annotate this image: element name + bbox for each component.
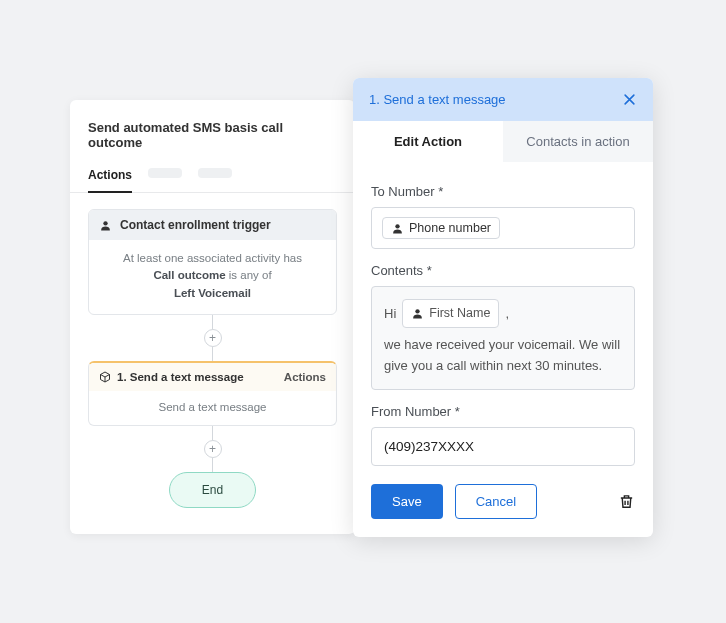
- action-card[interactable]: 1. Send a text message Actions Send a te…: [88, 361, 337, 426]
- action-caption: Send a text message: [89, 391, 336, 425]
- tab-placeholder: [148, 168, 182, 178]
- trigger-header: Contact enrollment trigger: [89, 210, 336, 240]
- to-number-label: To Number *: [371, 184, 635, 199]
- tab-edit-action[interactable]: Edit Action: [353, 121, 503, 162]
- save-button[interactable]: Save: [371, 484, 443, 519]
- trigger-card[interactable]: Contact enrollment trigger At least one …: [88, 209, 337, 315]
- connector: [212, 426, 213, 440]
- tab-contacts-in-action[interactable]: Contacts in action: [503, 121, 653, 162]
- trigger-title: Contact enrollment trigger: [120, 218, 271, 232]
- connector: [212, 315, 213, 329]
- person-icon: [391, 222, 404, 235]
- contents-label: Contents *: [371, 263, 635, 278]
- svg-point-2: [416, 309, 420, 313]
- tab-placeholder: [198, 168, 232, 178]
- contents-input[interactable]: Hi First Name , we have received your vo…: [371, 286, 635, 390]
- to-number-chip[interactable]: Phone number: [382, 217, 500, 239]
- first-name-chip[interactable]: First Name: [402, 299, 499, 328]
- from-number-label: From Number *: [371, 404, 635, 419]
- to-number-input[interactable]: Phone number: [371, 207, 635, 249]
- trash-icon[interactable]: [618, 493, 635, 510]
- from-number-input[interactable]: [371, 427, 635, 466]
- person-icon: [411, 307, 424, 320]
- editor-tabs: Edit Action Contacts in action: [353, 121, 653, 162]
- person-icon: [99, 219, 112, 232]
- trigger-body: At least one associated activity has Cal…: [89, 240, 336, 314]
- contents-after-chip: ,: [505, 303, 509, 324]
- editor-header: 1. Send a text message: [353, 78, 653, 121]
- svg-point-1: [395, 224, 399, 228]
- workflow-tabs: Actions: [70, 168, 355, 193]
- action-menu[interactable]: Actions: [284, 371, 326, 383]
- tab-actions[interactable]: Actions: [88, 168, 132, 192]
- cancel-button[interactable]: Cancel: [455, 484, 537, 519]
- add-step-button[interactable]: +: [204, 329, 222, 347]
- workflow-panel: Send automated SMS basis call outcome Ac…: [70, 100, 355, 534]
- svg-point-0: [103, 221, 107, 225]
- connector: [212, 347, 213, 361]
- cube-icon: [99, 371, 111, 383]
- action-label: 1. Send a text message: [117, 371, 244, 383]
- editor-title: 1. Send a text message: [369, 92, 506, 107]
- end-node: End: [169, 472, 256, 508]
- workflow-title: Send automated SMS basis call outcome: [88, 120, 337, 150]
- connector: [212, 458, 213, 472]
- add-step-button[interactable]: +: [204, 440, 222, 458]
- editor-panel: 1. Send a text message Edit Action Conta…: [353, 78, 653, 537]
- contents-prefix: Hi: [384, 303, 396, 324]
- close-icon[interactable]: [622, 92, 637, 107]
- contents-body: we have received your voicemail. We will…: [384, 334, 622, 377]
